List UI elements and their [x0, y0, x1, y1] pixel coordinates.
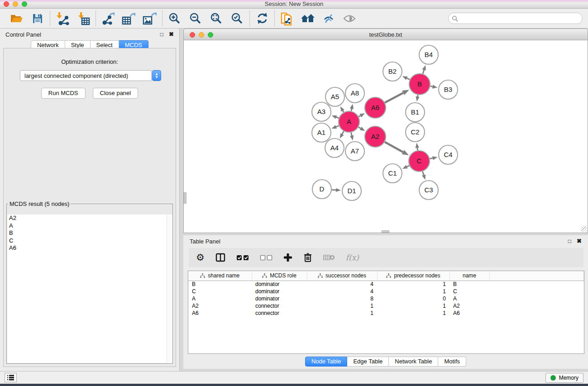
tab-edge-table[interactable]: Edge Table: [347, 357, 389, 367]
import-network-button[interactable]: [55, 11, 70, 26]
edge-C-C1[interactable]: [407, 166, 409, 167]
mcds-result-item[interactable]: A2: [7, 214, 172, 222]
edge-B-B3[interactable]: [430, 86, 433, 86]
node-B[interactable]: B: [409, 74, 430, 95]
minimize-window-button[interactable]: [13, 1, 18, 7]
edge-A-A5[interactable]: [343, 110, 344, 112]
function-builder-button[interactable]: f(x): [346, 253, 359, 262]
mcds-result-item[interactable]: A: [7, 222, 172, 230]
edge-A6-B[interactable]: [385, 93, 403, 103]
tab-network-table[interactable]: Network Table: [389, 357, 438, 367]
close-table-panel-icon[interactable]: ✖: [577, 238, 582, 244]
edge-A-A2[interactable]: [359, 127, 361, 129]
search-input[interactable]: [458, 14, 579, 22]
node-B4[interactable]: B4: [419, 45, 438, 64]
node-A7[interactable]: A7: [345, 142, 364, 161]
node-B3[interactable]: B3: [439, 80, 458, 99]
float-panel-icon[interactable]: □: [160, 32, 163, 37]
edge-B-B1[interactable]: [418, 95, 418, 97]
node-A3[interactable]: A3: [312, 102, 331, 121]
node-A1[interactable]: A1: [312, 123, 331, 142]
edge-A-A8[interactable]: [351, 109, 352, 111]
memory-button[interactable]: Memory: [545, 373, 583, 383]
edge-A-A7[interactable]: [351, 133, 352, 136]
network-close-button[interactable]: [190, 32, 195, 38]
node-D1[interactable]: D1: [342, 181, 361, 200]
select-stepper-icon[interactable]: ▲▼: [152, 70, 161, 81]
edge-D-D1[interactable]: [332, 190, 336, 190]
tab-node-table[interactable]: Node Table: [305, 357, 348, 367]
network-minimize-button[interactable]: [199, 32, 204, 38]
show-eye-button[interactable]: [342, 11, 357, 26]
node-A4[interactable]: A4: [325, 138, 344, 157]
search-field[interactable]: [448, 13, 583, 24]
horizontal-scrollbar-thumb[interactable]: [382, 230, 389, 233]
edge-C-C2[interactable]: [417, 148, 418, 151]
hide-panels-button[interactable]: [321, 11, 336, 26]
run-mcds-button[interactable]: Run MCDS: [41, 88, 86, 99]
zoom-out-button[interactable]: [188, 11, 203, 26]
criterion-select[interactable]: largest connected component (directed): [20, 70, 152, 81]
node-B2[interactable]: B2: [383, 62, 402, 81]
edge-A-A1[interactable]: [336, 126, 339, 127]
network-window-titlebar[interactable]: testGlobe.txt: [183, 29, 588, 40]
node-C4[interactable]: C4: [439, 145, 458, 164]
duplicate-network-button[interactable]: [279, 11, 295, 26]
column-header-shared-name[interactable]: shared name: [188, 271, 252, 281]
column-header-mcds-role[interactable]: MCDS role: [252, 271, 307, 281]
home-button[interactable]: [300, 11, 316, 26]
node-A8[interactable]: A8: [345, 84, 364, 103]
edge-A-A4[interactable]: [342, 131, 344, 134]
show-columns-button[interactable]: [215, 253, 225, 262]
node-A2[interactable]: A2: [365, 126, 386, 147]
export-table-button[interactable]: [121, 11, 137, 26]
edge-A2-C[interactable]: [385, 142, 403, 152]
zoom-in-button[interactable]: [167, 11, 182, 26]
node-D[interactable]: D: [312, 180, 331, 199]
node-A[interactable]: A: [339, 111, 359, 132]
edge-B-B2[interactable]: [407, 78, 410, 80]
node-C[interactable]: C: [409, 151, 430, 172]
float-table-panel-icon[interactable]: □: [568, 238, 571, 244]
import-table-button[interactable]: [76, 11, 91, 26]
select-all-columns-button[interactable]: [236, 255, 249, 261]
column-header-name[interactable]: name: [449, 271, 489, 281]
table-row[interactable]: A6connector11A6: [188, 310, 584, 317]
edge-A-A6[interactable]: [359, 115, 360, 116]
table-row[interactable]: Cdominator41C: [188, 288, 584, 295]
edge-B-B4[interactable]: [423, 70, 424, 74]
edge-A-A3[interactable]: [336, 117, 339, 118]
zoom-selected-button[interactable]: [229, 11, 245, 26]
unselect-all-columns-button[interactable]: [260, 255, 272, 261]
column-header-predecessor-nodes[interactable]: predecessor nodes: [377, 271, 449, 281]
delete-table-button[interactable]: [323, 254, 335, 261]
zoom-fit-button[interactable]: [209, 11, 224, 26]
resize-grip[interactable]: [581, 226, 587, 232]
zoom-window-button[interactable]: [22, 1, 27, 7]
refresh-layout-button[interactable]: [254, 11, 270, 26]
mcds-result-item[interactable]: A6: [7, 244, 172, 252]
edge-C-C4[interactable]: [430, 158, 432, 158]
save-session-button[interactable]: [30, 11, 45, 26]
open-file-button[interactable]: [9, 11, 24, 26]
network-graph[interactable]: B4B2BB3A8A5A6B1A3AC2A1A2A4A7C4CC1C3DD1: [184, 40, 588, 233]
vertical-scrollbar-thumb[interactable]: [184, 192, 186, 204]
mcds-result-item[interactable]: B: [7, 229, 172, 237]
table-row[interactable]: A2connector11A2: [188, 302, 584, 310]
node-C2[interactable]: C2: [406, 123, 425, 142]
table-row[interactable]: Bdominator41B: [188, 281, 584, 288]
table-options-button[interactable]: ⚙: [196, 253, 205, 262]
task-history-button[interactable]: [5, 373, 17, 382]
node-C1[interactable]: C1: [383, 164, 402, 183]
network-zoom-button[interactable]: [208, 32, 213, 38]
export-network-button[interactable]: [100, 11, 116, 26]
tab-motifs[interactable]: Motifs: [438, 357, 466, 367]
close-window-button[interactable]: [4, 1, 9, 7]
edge-C-C3[interactable]: [422, 172, 424, 175]
add-column-button[interactable]: [283, 253, 292, 262]
result-scrollbar[interactable]: [167, 215, 172, 363]
table-row[interactable]: Adominator80A: [188, 295, 584, 302]
export-image-button[interactable]: [142, 11, 158, 26]
network-canvas[interactable]: B4B2BB3A8A5A6B1A3AC2A1A2A4A7C4CC1C3DD1: [183, 40, 588, 233]
mcds-result-item[interactable]: C: [7, 237, 172, 245]
